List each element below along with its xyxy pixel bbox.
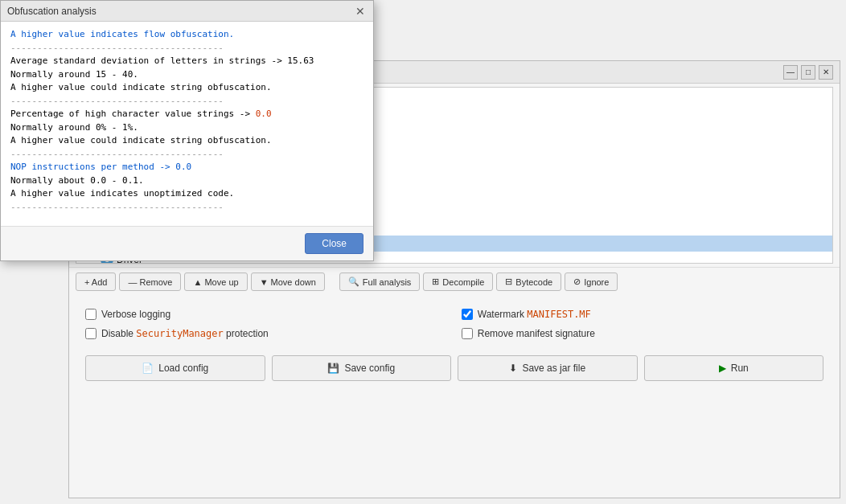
right-options-col: Watermark MANIFEST.MF Remove manifest si… [462,309,595,339]
watermark-label: Watermark MANIFEST.MF [478,309,591,320]
content-line-3: Normally around 15 - 40. [10,68,363,82]
bytecode-button[interactable]: ⊟ Bytecode [496,272,561,291]
move-down-button[interactable]: ▼ Move down [251,272,325,291]
verbose-logging-row: Verbose logging [85,309,269,320]
decompile-icon: ⊞ [432,277,439,287]
obfuscation-dialog: Obfuscation analysis ✕ A higher value in… [0,0,378,265]
search-icon: 🔍 [348,277,359,287]
run-button[interactable]: ▶ Run [644,355,824,381]
security-manager-highlight: SecurityManager [136,328,223,339]
decompile-button[interactable]: ⊞ Decompile [423,272,493,291]
left-options-col: Verbose logging Disable SecurityManager … [85,309,269,339]
load-config-button[interactable]: 📄 Load config [85,355,265,381]
content-divider-1: ---------------------------------------- [10,42,363,55]
security-manager-label: Disable SecurityManager protection [101,328,269,339]
minimize-button[interactable]: — [783,65,798,80]
content-line-6: Normally around 0% - 1%. [10,121,363,135]
content-divider-2: ---------------------------------------- [10,95,363,109]
manifest-highlight: MANIFEST.MF [527,309,590,320]
security-manager-checkbox[interactable] [85,328,97,339]
security-manager-row: Disable SecurityManager protection [85,328,269,339]
ignore-button[interactable]: ⊘ Ignore [565,272,618,291]
content-divider-3: ---------------------------------------- [10,148,363,162]
dialog-footer: Close [1,226,373,260]
dialog-titlebar: Obfuscation analysis ✕ [1,1,373,22]
dialog-content: A higher value indicates flow obfuscatio… [1,22,373,226]
content-line-1: A higher value indicates flow obfuscatio… [10,28,363,42]
verbose-logging-checkbox[interactable] [85,309,97,320]
full-analysis-button[interactable]: 🔍 Full analysis [339,272,421,291]
save-config-button[interactable]: 💾 Save config [272,355,452,381]
content-line-8: NOP instructions per method -> 0.0 [10,161,363,174]
dialog-window: Obfuscation analysis ✕ A higher value in… [0,0,374,261]
content-line-4: A higher value could indicate string obf… [10,81,363,95]
close-button[interactable]: Close [305,233,363,254]
load-config-icon: 📄 [142,363,154,374]
maximize-button[interactable]: □ [801,65,815,80]
manifest-signature-label: Remove manifest signature [478,328,595,339]
save-jar-button[interactable]: ⬇ Save as jar file [458,355,638,381]
action-buttons: 📄 Load config 💾 Save config ⬇ Save as ja… [69,347,840,389]
watermark-row: Watermark MANIFEST.MF [462,309,595,320]
dialog-close-button[interactable]: ✕ [354,5,367,18]
toolbar: + Add — Remove ▲ Move up ▼ Move down 🔍 F… [69,267,840,296]
remove-button[interactable]: — Remove [119,272,181,291]
watermark-checkbox[interactable] [462,309,473,320]
content-line-2: Average standard deviation of letters in… [10,55,363,68]
run-icon: ▶ [719,363,726,374]
save-jar-icon: ⬇ [509,363,517,374]
ignore-icon: ⊘ [573,277,581,287]
add-button[interactable]: + Add [76,272,116,291]
save-config-icon: 💾 [327,363,339,374]
content-line-9: Normally about 0.0 - 0.1. [10,174,363,188]
content-line-10: A higher value indicates unoptimized cod… [10,187,363,201]
window-close-button[interactable]: ✕ [819,65,833,80]
manifest-signature-checkbox[interactable] [462,328,473,339]
move-up-button[interactable]: ▲ Move up [184,272,247,291]
window-controls: — □ ✕ [783,65,833,80]
bottom-options: Verbose logging Disable SecurityManager … [69,296,840,347]
content-line-7: A higher value could indicate string obf… [10,134,363,148]
manifest-signature-row: Remove manifest signature [462,328,595,339]
verbose-logging-label: Verbose logging [101,309,170,320]
dialog-title: Obfuscation analysis [7,6,97,17]
content-divider-4: ---------------------------------------- [10,201,363,215]
bytecode-icon: ⊟ [505,277,512,287]
content-line-5: Percentage of high character value strin… [10,108,363,121]
